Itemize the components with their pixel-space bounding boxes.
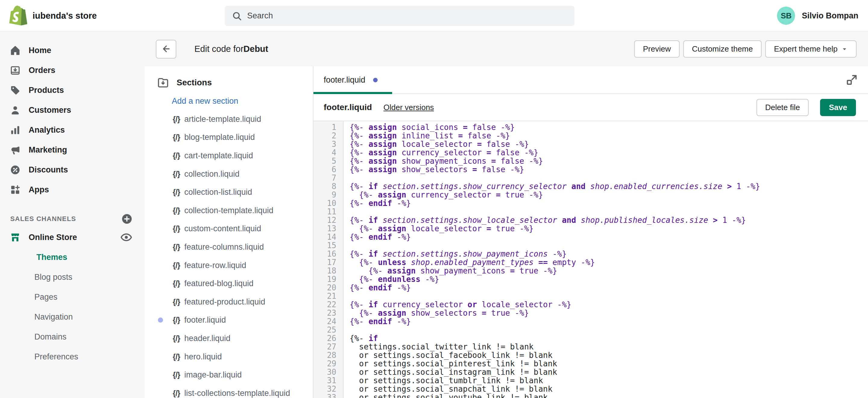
code-line: {%- assign show_payment_icons = true -%}	[350, 267, 868, 275]
sidebar-item-marketing[interactable]: Marketing	[0, 140, 145, 160]
delete-file-button[interactable]: Delete file	[756, 99, 809, 116]
file-article-template-liquid[interactable]: {/}article-template.liquid	[145, 110, 313, 128]
code-line: {%- assign locale_selector = false -%}	[350, 140, 868, 148]
theme-name: Debut	[244, 44, 268, 54]
sidebar-item-preferences[interactable]: Preferences	[0, 347, 145, 367]
code-line: {%- assign show_payment_icons = false -%…	[350, 157, 868, 165]
file-collection-list-liquid[interactable]: {/}collection-list.liquid	[145, 183, 313, 202]
sections-folder[interactable]: Sections	[145, 74, 313, 91]
line-number: 23	[313, 309, 343, 317]
add-new-section-link[interactable]: Add a new section	[172, 96, 313, 106]
line-number: 1	[313, 123, 343, 131]
sidebar-item-navigation[interactable]: Navigation	[0, 307, 145, 327]
line-number: 32	[313, 385, 343, 393]
line-number: 6	[313, 165, 343, 174]
file-name: featured-blog.liquid	[184, 279, 253, 288]
liquid-file-icon: {/}	[173, 206, 180, 215]
discounts-icon	[10, 164, 21, 176]
sidebar-item-domains[interactable]: Domains	[0, 327, 145, 347]
file-custom-content-liquid[interactable]: {/}custom-content.liquid	[145, 220, 313, 238]
file-feature-row-liquid[interactable]: {/}feature-row.liquid	[145, 256, 313, 275]
sidebar-item-label: Discounts	[29, 165, 68, 175]
sidebar: HomeOrdersProductsCustomersAnalyticsMark…	[0, 31, 145, 398]
file-collection-liquid[interactable]: {/}collection.liquid	[145, 165, 313, 183]
sidebar-item-customers[interactable]: Customers	[0, 100, 145, 120]
plus-circle-icon	[121, 213, 133, 225]
code-lines[interactable]: {%- assign social_icons = false -%}{%- a…	[344, 121, 868, 398]
line-number: 19	[313, 275, 343, 283]
code-line: or settings.social_tumblr_link != blank	[350, 376, 868, 385]
line-number: 5	[313, 157, 343, 165]
line-number: 7	[313, 174, 343, 182]
code-line	[350, 241, 868, 250]
code-line: {%- assign currency_selector = true -%}	[350, 190, 868, 199]
file-feature-columns-liquid[interactable]: {/}feature-columns.liquid	[145, 238, 313, 256]
code-line: {%- endif -%}	[350, 233, 868, 241]
code-line: {%- if section.settings.show_currency_se…	[350, 182, 868, 190]
file-featured-blog-liquid[interactable]: {/}featured-blog.liquid	[145, 274, 313, 293]
global-search[interactable]	[225, 6, 575, 26]
code-line: {%- assign locale_selector = true -%}	[350, 224, 868, 233]
file-name: featured-product.liquid	[184, 297, 265, 307]
save-button[interactable]: Save	[820, 99, 856, 116]
code-line: {%- assign inline_list = false -%}	[350, 131, 868, 140]
file-collection-template-liquid[interactable]: {/}collection-template.liquid	[145, 202, 313, 220]
line-number: 11	[313, 208, 343, 216]
liquid-file-icon: {/}	[173, 188, 180, 197]
file-tree: Sections Add a new section {/}article-te…	[145, 66, 313, 398]
shopify-logo-icon[interactable]	[9, 5, 28, 27]
tab-footer-liquid[interactable]: footer.liquid	[313, 66, 392, 93]
file-footer-liquid[interactable]: {/}footer.liquid	[145, 311, 313, 330]
line-number: 27	[313, 342, 343, 351]
user-menu[interactable]: SB Silvio Bompan	[777, 0, 858, 31]
line-number: 2	[313, 131, 343, 140]
file-name: image-bar.liquid	[184, 370, 242, 379]
sidebar-item-online-store[interactable]: Online Store	[0, 227, 145, 247]
sidebar-item-orders[interactable]: Orders	[0, 60, 145, 80]
store-name: iubenda's store	[33, 0, 97, 31]
sidebar-subitem-label: Pages	[34, 293, 58, 302]
search-input[interactable]	[247, 11, 568, 21]
sidebar-item-analytics[interactable]: Analytics	[0, 120, 145, 140]
sidebar-item-discounts[interactable]: Discounts	[0, 160, 145, 180]
sidebar-item-blog-posts[interactable]: Blog posts	[0, 267, 145, 287]
liquid-file-icon: {/}	[173, 370, 180, 379]
code-line: {%- if section.settings.show_locale_sele…	[350, 216, 868, 224]
products-icon	[10, 85, 21, 96]
expand-editor-button[interactable]	[844, 73, 859, 87]
sidebar-item-themes[interactable]: Themes	[0, 247, 145, 267]
code-line	[350, 292, 868, 300]
customize-theme-button[interactable]: Customize theme	[683, 40, 762, 58]
line-number: 28	[313, 351, 343, 359]
add-sales-channel-button[interactable]	[121, 213, 133, 225]
editor-toolbar: footer.liquid Older versions Delete file…	[313, 94, 868, 121]
view-store-button[interactable]	[120, 231, 133, 244]
file-list-collections-template-liquid[interactable]: {/}list-collections-template.liquid	[145, 384, 313, 398]
code-line: {%- assign show_selectors = true -%}	[350, 309, 868, 317]
file-blog-template-liquid[interactable]: {/}blog-template.liquid	[145, 128, 313, 147]
preview-button[interactable]: Preview	[634, 40, 679, 58]
code-line: {%- if section.settings.show_payment_ico…	[350, 250, 868, 258]
code-area[interactable]: 1234567891011121314151617181920212223242…	[313, 121, 868, 398]
expert-theme-help-button[interactable]: Expert theme help	[765, 40, 857, 58]
line-number: 20	[313, 283, 343, 292]
sidebar-item-pages[interactable]: Pages	[0, 287, 145, 307]
file-hero-liquid[interactable]: {/}hero.liquid	[145, 348, 313, 366]
back-button[interactable]	[156, 40, 176, 59]
line-number: 13	[313, 224, 343, 233]
older-versions-link[interactable]: Older versions	[383, 103, 434, 112]
sidebar-item-apps[interactable]: Apps	[0, 180, 145, 200]
sidebar-item-home[interactable]: Home	[0, 40, 145, 60]
customers-icon	[10, 104, 21, 116]
file-header-liquid[interactable]: {/}header.liquid	[145, 329, 313, 348]
line-number: 25	[313, 326, 343, 334]
file-name: feature-columns.liquid	[184, 242, 264, 252]
file-featured-product-liquid[interactable]: {/}featured-product.liquid	[145, 293, 313, 311]
online-store-label: Online Store	[29, 233, 112, 242]
sidebar-item-products[interactable]: Products	[0, 80, 145, 100]
storefront-icon	[10, 232, 21, 243]
file-image-bar-liquid[interactable]: {/}image-bar.liquid	[145, 366, 313, 384]
active-tab-underline	[313, 92, 392, 94]
liquid-file-icon: {/}	[173, 224, 180, 233]
file-cart-template-liquid[interactable]: {/}cart-template.liquid	[145, 147, 313, 165]
